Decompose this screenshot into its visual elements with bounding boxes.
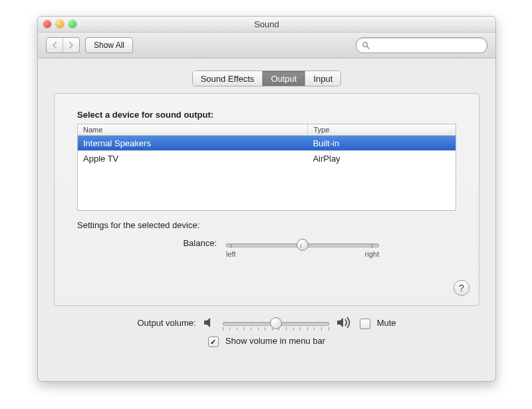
device-table: Name Type Internal Speakers Built-in App… bbox=[77, 124, 456, 211]
device-panel-heading: Select a device for sound output: bbox=[77, 110, 456, 120]
show-all-label: Show All bbox=[94, 41, 124, 50]
output-volume-label: Output volume: bbox=[137, 318, 196, 328]
device-name: Apple TV bbox=[78, 154, 307, 164]
device-settings: Settings for the selected device: Balanc… bbox=[77, 220, 456, 258]
mute-checkbox[interactable] bbox=[360, 319, 370, 329]
svg-point-0 bbox=[363, 43, 368, 47]
toolbar: Show All bbox=[38, 33, 495, 59]
device-table-body: Internal Speakers Built-in Apple TV AirP… bbox=[78, 136, 456, 210]
window-controls bbox=[43, 20, 76, 28]
output-volume-slider[interactable] bbox=[223, 321, 329, 325]
zoom-window-button[interactable] bbox=[68, 20, 76, 28]
balance-left-label: left bbox=[226, 250, 236, 258]
device-panel: Select a device for sound output: Name T… bbox=[77, 110, 456, 211]
sound-preferences-window: Sound Show All Sound Effects Output Inpu… bbox=[37, 16, 496, 382]
footer: Output volume: Mute Show volume in menu … bbox=[38, 317, 495, 346]
balance-right-label: right bbox=[365, 250, 379, 258]
output-volume-row: Output volume: Mute bbox=[137, 317, 396, 329]
speaker-low-icon bbox=[203, 317, 216, 329]
balance-label: Balance: bbox=[77, 238, 217, 248]
show-volume-menubar-label: Show volume in menu bar bbox=[225, 336, 325, 346]
balance-slider[interactable]: left right bbox=[226, 239, 379, 258]
chevron-left-icon bbox=[51, 42, 58, 49]
close-window-button[interactable] bbox=[43, 20, 51, 28]
nav-back-forward bbox=[46, 37, 80, 53]
back-button[interactable] bbox=[47, 38, 63, 53]
table-row[interactable]: Apple TV AirPlay bbox=[78, 151, 456, 166]
slider-ticks: left right bbox=[226, 250, 379, 258]
mute-label: Mute bbox=[377, 318, 396, 328]
titlebar: Sound bbox=[38, 17, 495, 33]
column-name[interactable]: Name bbox=[78, 124, 308, 135]
output-panel: Select a device for sound output: Name T… bbox=[54, 93, 479, 306]
slider-knob[interactable] bbox=[297, 239, 309, 251]
svg-line-1 bbox=[367, 47, 369, 49]
search-input[interactable] bbox=[374, 40, 481, 51]
show-volume-row: Show volume in menu bar bbox=[208, 335, 325, 346]
chevron-right-icon bbox=[68, 42, 74, 49]
help-icon: ? bbox=[459, 283, 464, 293]
tab-input[interactable]: Input bbox=[305, 71, 340, 86]
forward-button[interactable] bbox=[63, 38, 79, 53]
speaker-high-icon bbox=[336, 317, 353, 329]
show-all-button[interactable]: Show All bbox=[85, 37, 133, 53]
minimize-window-button[interactable] bbox=[56, 20, 64, 28]
settings-heading: Settings for the selected device: bbox=[77, 220, 456, 230]
window-title: Sound bbox=[254, 19, 279, 29]
device-type: AirPlay bbox=[307, 154, 456, 164]
help-button[interactable]: ? bbox=[454, 280, 469, 296]
show-volume-menubar-checkbox[interactable] bbox=[208, 337, 219, 347]
slider-minor-ticks bbox=[223, 327, 329, 331]
tab-sound-effects[interactable]: Sound Effects bbox=[193, 71, 263, 86]
tab-output[interactable]: Output bbox=[262, 71, 305, 86]
search-icon bbox=[362, 41, 370, 49]
search-field[interactable] bbox=[356, 37, 487, 53]
table-row[interactable]: Internal Speakers Built-in bbox=[78, 136, 456, 150]
device-name: Internal Speakers bbox=[78, 138, 307, 148]
tab-bar: Sound Effects Output Input bbox=[38, 70, 495, 86]
column-type[interactable]: Type bbox=[308, 124, 456, 135]
device-type: Built-in bbox=[307, 138, 456, 148]
device-table-header: Name Type bbox=[78, 124, 456, 136]
balance-row: Balance: left right bbox=[77, 239, 456, 258]
tab-group: Sound Effects Output Input bbox=[192, 70, 342, 86]
